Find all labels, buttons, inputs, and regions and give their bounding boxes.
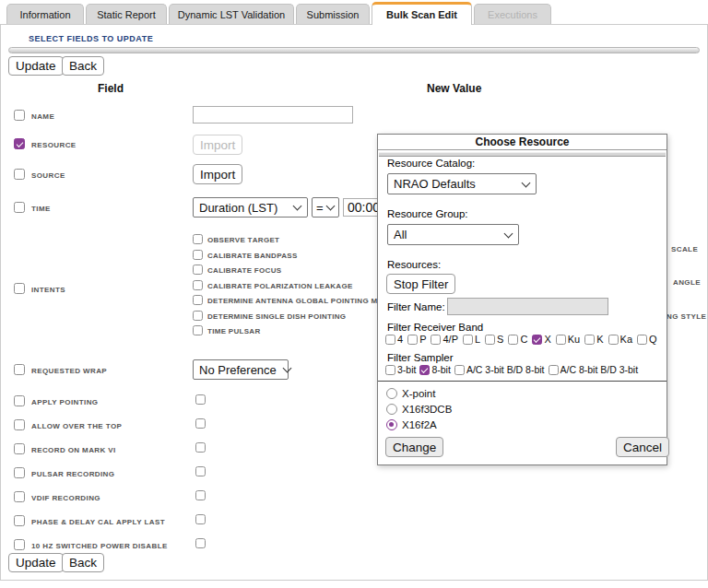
field-checkbox-record-on-mark-vi[interactable] [14, 443, 25, 454]
value-checkbox-vdif-recording[interactable] [195, 490, 206, 500]
filter-name-label: Filter Name: [387, 301, 445, 312]
field-column-header: Field [98, 82, 124, 95]
occluded-label-angle: Angle [673, 275, 701, 288]
band-checkbox-4[interactable] [385, 335, 395, 345]
band-label: L [475, 334, 480, 345]
resource-option-x16f3dcb[interactable]: X16f3DCB [386, 404, 452, 415]
resource-group-label: Resource Group: [387, 208, 468, 219]
radio-dot-icon [389, 422, 394, 427]
name-input[interactable] [193, 106, 353, 123]
resource-option-x16f2a[interactable]: X16f2A [386, 419, 437, 430]
band-checkbox-ka[interactable] [608, 335, 619, 345]
value-checkbox-apply-pointing[interactable] [195, 394, 206, 405]
resource-option-x-point[interactable]: X-point [386, 388, 435, 399]
value-checkbox-pulsar-recording[interactable] [195, 466, 206, 476]
sampler-row: 3-bit 8-bit A/C 3-bit B/D 8-bit A/C 8-bi… [385, 364, 638, 375]
field-checkbox-apply-pointing[interactable] [14, 395, 25, 406]
new-value-column-header: New Value [427, 82, 481, 95]
tab-dynamic-lst-validation[interactable]: Dynamic LST Validation [169, 4, 294, 24]
field-checkbox-phase-delay-cal[interactable] [14, 515, 25, 526]
value-checkbox-phase-delay-cal[interactable] [195, 514, 206, 524]
value-checkbox-10hz-switched-power[interactable] [195, 538, 206, 548]
band-checkbox-l[interactable] [463, 335, 473, 345]
field-checkbox-10hz-switched-power[interactable] [14, 539, 25, 550]
field-checkbox-requested-wrap[interactable] [14, 364, 25, 375]
intent-row-determine-single-dish-pointing: Determine Single Dish Pointing [193, 310, 346, 321]
value-checkbox-record-on-mark-vi[interactable] [195, 442, 206, 453]
chevron-down-icon [293, 202, 302, 211]
stop-filter-button[interactable]: Stop Filter [386, 274, 455, 294]
intent-label: Calibrate Polarization Leakage [207, 279, 353, 290]
intent-row-time-pulsar: Time Pulsar [193, 324, 261, 335]
check-icon [16, 140, 23, 147]
field-checkbox-intents[interactable] [14, 283, 25, 294]
field-checkbox-time[interactable] [14, 202, 25, 213]
field-checkbox-pulsar-recording[interactable] [14, 467, 25, 478]
band-checkbox-4p[interactable] [431, 335, 441, 345]
field-row-requested-wrap: Requested Wrap [14, 363, 107, 376]
field-label-allow-over-the-top: Allow Over the Top [31, 418, 122, 431]
band-label: Ku [568, 334, 580, 345]
band-checkbox-k[interactable] [584, 335, 595, 345]
sampler-checkbox-ac3-bd8[interactable] [454, 365, 465, 375]
value-checkbox-allow-over-the-top[interactable] [195, 418, 206, 429]
occluded-label-scale: Scale [671, 241, 698, 254]
resource-import-button[interactable]: Import [193, 135, 242, 155]
field-checkbox-allow-over-the-top[interactable] [14, 419, 25, 430]
intent-label: Observe Target [207, 233, 279, 244]
band-label: P [419, 334, 426, 345]
sampler-checkbox-3bit[interactable] [385, 365, 395, 375]
change-button[interactable]: Change [385, 437, 443, 457]
resource-catalog-select[interactable]: NRAO Defaults [387, 173, 537, 194]
back-button-bottom[interactable]: Back [62, 553, 104, 572]
band-checkbox-c[interactable] [508, 335, 518, 345]
tab-executions[interactable]: Executions [474, 4, 551, 24]
chevron-down-icon [504, 229, 513, 238]
sampler-label: A/C 3-bit B/D 8-bit [466, 364, 545, 375]
cancel-button[interactable]: Cancel [616, 437, 669, 457]
time-op-select[interactable]: = [312, 197, 339, 218]
time-type-select[interactable]: Duration (LST) [193, 197, 308, 218]
band-checkbox-ku[interactable] [556, 335, 566, 345]
field-row-resource: Resource [14, 137, 77, 150]
update-button-bottom[interactable]: Update [8, 553, 64, 572]
filter-name-input[interactable] [447, 298, 608, 315]
field-row-time: Time [14, 201, 51, 214]
intent-checkbox-calibrate-bandpass[interactable] [193, 250, 203, 260]
tab-bulk-scan-edit[interactable]: Bulk Scan Edit [372, 2, 472, 25]
intent-checkbox-observe-target[interactable] [193, 234, 203, 244]
tab-information[interactable]: Information [6, 4, 84, 24]
tab-submission[interactable]: Submission [296, 4, 370, 24]
intent-checkbox-determine-antenna-global-pointing-model[interactable] [193, 295, 203, 305]
field-checkbox-name[interactable] [14, 110, 25, 121]
tab-static-report[interactable]: Static Report [86, 4, 167, 24]
field-checkbox-vdif-recording[interactable] [14, 491, 25, 502]
back-button-top[interactable]: Back [62, 56, 104, 76]
sampler-checkbox-ac8-bd3[interactable] [549, 365, 559, 375]
sampler-checkbox-8bit[interactable] [419, 365, 430, 375]
intent-label: Time Pulsar [207, 324, 261, 335]
band-checkbox-q[interactable] [637, 335, 647, 345]
sampler-label: 3-bit [397, 364, 416, 375]
radio-x16f3dcb[interactable] [386, 404, 397, 415]
resource-catalog-select-value: NRAO Defaults [394, 177, 476, 191]
update-button-top[interactable]: Update [8, 56, 64, 76]
resource-catalog-label: Resource Catalog: [387, 158, 475, 169]
field-checkbox-source[interactable] [14, 169, 25, 180]
radio-x16f2a[interactable] [386, 419, 397, 430]
field-label-source: Source [31, 168, 65, 181]
field-checkbox-resource[interactable] [14, 138, 25, 149]
intent-checkbox-calibrate-polarization-leakage[interactable] [193, 280, 203, 290]
intent-checkbox-time-pulsar[interactable] [193, 325, 203, 335]
intent-checkbox-calibrate-focus[interactable] [193, 265, 203, 275]
resources-label: Resources: [387, 259, 441, 270]
band-checkbox-p[interactable] [407, 335, 418, 345]
chevron-down-icon [522, 178, 531, 187]
band-checkbox-s[interactable] [485, 335, 495, 345]
intent-checkbox-determine-single-dish-pointing[interactable] [193, 311, 203, 321]
requested-wrap-select[interactable]: No Preference [193, 359, 289, 380]
band-checkbox-x[interactable] [532, 335, 542, 345]
radio-x-point[interactable] [386, 388, 397, 399]
resource-group-select[interactable]: All [387, 224, 519, 245]
source-import-button[interactable]: Import [193, 164, 242, 184]
